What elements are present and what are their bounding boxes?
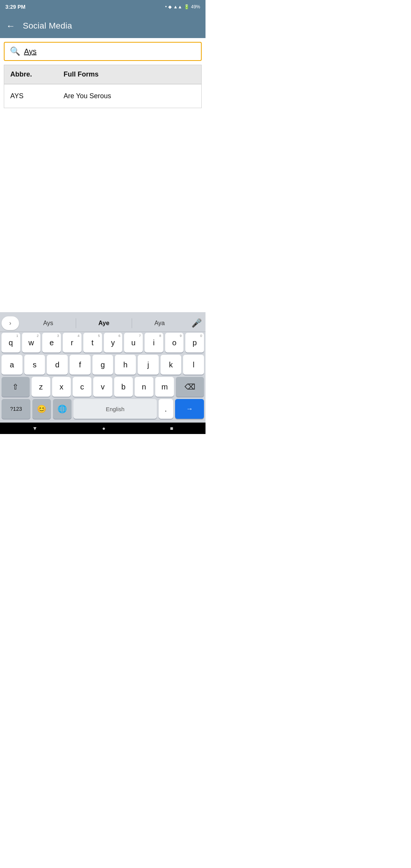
- emoji-key[interactable]: 😊: [32, 399, 51, 419]
- table-row: AYS Are You Serous: [4, 84, 201, 108]
- globe-key[interactable]: 🌐: [53, 399, 72, 419]
- key-j[interactable]: j: [138, 355, 159, 375]
- nav-home-icon[interactable]: ●: [102, 425, 105, 431]
- col-header-full: Full Forms: [64, 70, 99, 78]
- shift-key[interactable]: ⇧: [2, 377, 30, 397]
- key-b[interactable]: b: [114, 377, 133, 397]
- enter-key[interactable]: →: [175, 399, 204, 419]
- bottom-nav: ▼ ● ■: [0, 423, 206, 434]
- key-i[interactable]: 8i: [145, 333, 163, 353]
- search-icon: 🔍: [10, 46, 20, 56]
- key-s[interactable]: s: [24, 355, 45, 375]
- key-o[interactable]: 9o: [165, 333, 184, 353]
- search-box[interactable]: 🔍: [4, 42, 202, 61]
- app-bar: ← Social Media: [0, 14, 206, 38]
- key-q[interactable]: 1q: [2, 333, 20, 353]
- space-key[interactable]: English: [73, 399, 156, 419]
- key-y[interactable]: 6y: [104, 333, 123, 353]
- key-c[interactable]: c: [73, 377, 91, 397]
- key-row-4: ?123 😊 🌐 English . →: [2, 399, 204, 419]
- battery-level: 49%: [191, 4, 200, 10]
- nav-back-icon[interactable]: ▼: [32, 425, 38, 431]
- key-d[interactable]: d: [47, 355, 68, 375]
- key-w[interactable]: 2w: [22, 333, 41, 353]
- table-header: Abbre. Full Forms: [4, 65, 201, 84]
- autocomplete-suggestions: Ays Aye Aya: [21, 318, 187, 328]
- key-row-1: 1q 2w 3e 4r 5t 6y 7u 8i 9o 0p: [2, 333, 204, 353]
- key-p[interactable]: 0p: [185, 333, 204, 353]
- signal-icon: ◆: [168, 4, 172, 10]
- results-table: Abbre. Full Forms AYS Are You Serous: [4, 65, 202, 108]
- key-l[interactable]: l: [183, 355, 204, 375]
- dot-icon: •: [165, 4, 167, 10]
- status-time: 3:29 PM: [5, 4, 25, 10]
- suggestion-0[interactable]: Ays: [21, 318, 76, 328]
- key-t[interactable]: 5t: [83, 333, 102, 353]
- key-m[interactable]: m: [155, 377, 174, 397]
- suggestion-2[interactable]: Aya: [132, 318, 187, 328]
- autocomplete-expand[interactable]: ›: [2, 316, 19, 330]
- key-k[interactable]: k: [161, 355, 182, 375]
- search-container: 🔍: [0, 38, 206, 65]
- key-row-3: ⇧ z x c v b n m ⌫: [2, 377, 204, 397]
- back-button[interactable]: ←: [6, 21, 15, 31]
- key-u[interactable]: 7u: [124, 333, 143, 353]
- key-a[interactable]: a: [2, 355, 22, 375]
- key-z[interactable]: z: [32, 377, 50, 397]
- mic-button[interactable]: 🎤: [189, 318, 204, 328]
- key-n[interactable]: n: [135, 377, 153, 397]
- key-f[interactable]: f: [70, 355, 91, 375]
- dot-key[interactable]: .: [159, 399, 173, 419]
- status-bar: 3:29 PM • ◆ ▲▲ 🔋 49%: [0, 0, 206, 14]
- key-r[interactable]: 4r: [63, 333, 81, 353]
- row-abbr-0: AYS: [10, 92, 64, 100]
- key-g[interactable]: g: [92, 355, 113, 375]
- keyboard: › Ays Aye Aya 🎤 1q 2w 3e 4r 5t 6y 7u 8i …: [0, 312, 206, 423]
- status-icons: • ◆ ▲▲ 🔋 49%: [165, 4, 200, 10]
- battery-icon: 🔋: [184, 4, 190, 10]
- row-full-0: Are You Serous: [64, 92, 111, 100]
- key-row-2: a s d f g h j k l: [2, 355, 204, 375]
- autocomplete-bar: › Ays Aye Aya 🎤: [0, 314, 206, 332]
- backspace-key[interactable]: ⌫: [176, 377, 204, 397]
- suggestion-1[interactable]: Aye: [76, 318, 132, 328]
- nav-recents-icon[interactable]: ■: [170, 425, 173, 431]
- key-h[interactable]: h: [115, 355, 136, 375]
- signal-bars: ▲▲: [173, 4, 182, 10]
- main-content: [0, 108, 206, 211]
- key-e[interactable]: 3e: [42, 333, 61, 353]
- symbols-key[interactable]: ?123: [2, 399, 30, 419]
- col-header-abbr: Abbre.: [10, 70, 64, 78]
- search-input[interactable]: [24, 47, 196, 56]
- key-rows: 1q 2w 3e 4r 5t 6y 7u 8i 9o 0p a s d f g …: [0, 332, 206, 419]
- key-v[interactable]: v: [93, 377, 112, 397]
- page-title: Social Media: [23, 21, 72, 31]
- key-x[interactable]: x: [52, 377, 71, 397]
